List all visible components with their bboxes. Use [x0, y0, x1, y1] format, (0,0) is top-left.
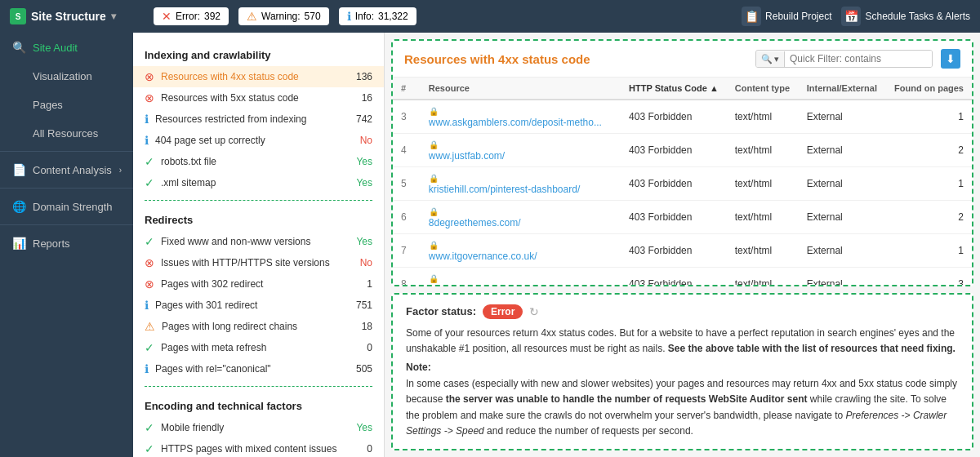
audit-item-www-count: Yes [348, 236, 372, 247]
table-header-bar: Resources with 4xx status code 🔍 ▾ ⬇ [393, 41, 972, 78]
cell-internal: External [799, 167, 886, 201]
sidebar-item-content-analysis[interactable]: 📄 Content Analysis › [0, 155, 133, 184]
audit-item-canonical[interactable]: ℹ Pages with rel="canonical" 505 [133, 358, 384, 379]
col-header-resource: Resource [421, 78, 621, 100]
audit-item-mixed-label: HTTPS pages with mixed content issues [161, 443, 341, 455]
factor-panel: Factor status: Error ↻ Some of your reso… [391, 293, 973, 450]
topbar-actions: 📋 Rebuild Project 📅 Schedule Tasks & Ale… [742, 7, 970, 26]
audit-item-4xx[interactable]: ⊗ Resources with 4xx status code 136 [133, 66, 384, 87]
error-label: Error: [176, 11, 200, 22]
cell-content: text/html [727, 234, 799, 268]
table-row: 3 🔒www.askgamblers.com/deposit-metho... … [393, 100, 972, 134]
success-icon-3: ✓ [145, 235, 154, 248]
resource-link[interactable]: www.shoedazzle.com/ [429, 284, 612, 285]
audit-item-mobile[interactable]: ✓ Mobile friendly Yes [133, 417, 384, 438]
audit-item-https[interactable]: ⊗ Issues with HTTP/HTTPS site versions N… [133, 252, 384, 273]
audit-item-robots-label: robots.txt file [161, 156, 341, 167]
factor-note-label: Note: [406, 362, 959, 373]
redirects-section-title: Redirects [133, 207, 384, 231]
col-header-internal: Internal/External [799, 78, 886, 100]
error-icon-3: ⊗ [145, 256, 154, 269]
right-panel: Resources with 4xx status code 🔍 ▾ ⬇ [385, 33, 980, 457]
search-icon: 🔍 [761, 54, 773, 64]
cell-status: 403 Forbidden [621, 100, 727, 134]
main-layout: 🔍 Site Audit Visualization Pages All Res… [0, 33, 980, 457]
audit-item-404[interactable]: ℹ 404 page set up correctly No [133, 130, 384, 151]
app-title[interactable]: S Site Structure ▾ [10, 8, 140, 24]
audit-item-restricted[interactable]: ℹ Resources restricted from indexing 742 [133, 109, 384, 130]
factor-label: Factor status: [406, 305, 476, 317]
refresh-icon[interactable]: ↻ [529, 305, 539, 318]
sidebar-divider-1 [0, 151, 133, 152]
info-badge[interactable]: ℹ Info: 31,322 [339, 7, 416, 25]
dropdown-chevron-icon: ▾ [774, 54, 779, 64]
warning-label: Warning: [261, 11, 301, 22]
sidebar-item-label: Pages [33, 99, 63, 111]
cell-status: 403 Forbidden [621, 134, 727, 167]
cell-internal: External [799, 234, 886, 268]
audit-item-301[interactable]: ℹ Pages with 301 redirect 751 [133, 295, 384, 316]
success-icon-6: ✓ [145, 442, 154, 455]
audit-item-long-chains[interactable]: ⚠ Pages with long redirect chains 18 [133, 316, 384, 337]
app-name-label: Site Structure [31, 10, 106, 23]
section-divider-2 [145, 386, 372, 387]
cell-resource: 🔒www.askgamblers.com/deposit-metho... [421, 100, 621, 134]
audit-item-mobile-count: Yes [348, 422, 372, 433]
schedule-button[interactable]: 📅 Schedule Tasks & Alerts [841, 7, 970, 26]
schedule-label: Schedule Tasks & Alerts [865, 11, 970, 22]
audit-item-robots[interactable]: ✓ robots.txt file Yes [133, 151, 384, 172]
audit-item-restricted-label: Resources restricted from indexing [155, 113, 341, 125]
audit-item-sitemap[interactable]: ✓ .xml sitemap Yes [133, 172, 384, 193]
download-button[interactable]: ⬇ [941, 49, 960, 69]
audit-item-5xx[interactable]: ⊗ Resources with 5xx status code 16 [133, 87, 384, 109]
success-icon-2: ✓ [145, 176, 154, 189]
search-input[interactable] [785, 51, 932, 67]
error-circle-icon: ⊗ [145, 70, 154, 83]
info-value: 31,322 [378, 11, 408, 22]
cell-num: 6 [393, 201, 421, 234]
cell-internal: External [799, 134, 886, 167]
cell-found: 1 [886, 234, 972, 268]
resource-link[interactable]: 8degreethemes.com/ [429, 217, 612, 228]
warning-badge[interactable]: ⚠ Warning: 570 [238, 7, 329, 25]
audit-item-mobile-label: Mobile friendly [161, 422, 341, 433]
sidebar-item-domain-strength[interactable]: 🌐 Domain Strength [0, 192, 133, 221]
search-dropdown[interactable]: 🔍 ▾ [756, 51, 785, 67]
resource-link[interactable]: kristiehill.com/pinterest-dashboard/ [429, 184, 612, 195]
resource-link[interactable]: www.itgovernance.co.uk/ [429, 251, 612, 262]
audit-item-meta-refresh[interactable]: ✓ Pages with meta refresh 0 [133, 337, 384, 358]
audit-item-404-label: 404 page set up correctly [155, 135, 341, 146]
error-badge[interactable]: ✕ Error: 392 [154, 7, 229, 25]
col-header-status[interactable]: HTTP Status Code ▲ [621, 78, 727, 100]
info-icon-3: ℹ [145, 299, 149, 312]
audit-item-www[interactable]: ✓ Fixed www and non-www versions Yes [133, 231, 384, 252]
app-chevron-icon: ▾ [111, 11, 116, 22]
lock-icon: 🔒 [429, 140, 439, 149]
audit-item-mixed-content[interactable]: ✓ HTTPS pages with mixed content issues … [133, 438, 384, 457]
cell-num: 8 [393, 268, 421, 285]
cell-status: 403 Forbidden [621, 268, 727, 285]
rebuild-icon: 📋 [742, 7, 761, 26]
cell-content: text/html [727, 167, 799, 201]
lock-icon: 🔒 [429, 274, 439, 283]
sidebar-item-visualization[interactable]: Visualization [0, 62, 133, 91]
sidebar-item-reports[interactable]: 📊 Reports [0, 228, 133, 258]
resource-link[interactable]: www.askgamblers.com/deposit-metho... [429, 117, 612, 128]
sidebar-item-all-resources[interactable]: All Resources [0, 119, 133, 148]
rebuild-button[interactable]: 📋 Rebuild Project [742, 7, 831, 26]
cell-status: 403 Forbidden [621, 167, 727, 201]
audit-panel: Indexing and crawlability ⊗ Resources wi… [133, 33, 385, 457]
success-icon-5: ✓ [145, 421, 154, 434]
factor-header: Factor status: Error ↻ [406, 304, 959, 319]
sidebar-item-site-audit[interactable]: 🔍 Site Audit [0, 33, 133, 62]
success-icon: ✓ [145, 155, 154, 168]
audit-item-302[interactable]: ⊗ Pages with 302 redirect 1 [133, 273, 384, 295]
cell-content: text/html [727, 201, 799, 234]
sidebar-item-pages[interactable]: Pages [0, 91, 133, 119]
resource-link[interactable]: www.justfab.com/ [429, 150, 612, 162]
cell-found: 2 [886, 134, 972, 167]
sidebar: 🔍 Site Audit Visualization Pages All Res… [0, 33, 133, 457]
audit-item-mixed-count: 0 [348, 443, 372, 455]
rebuild-label: Rebuild Project [765, 11, 831, 22]
warning-icon: ⚠ [247, 10, 257, 23]
